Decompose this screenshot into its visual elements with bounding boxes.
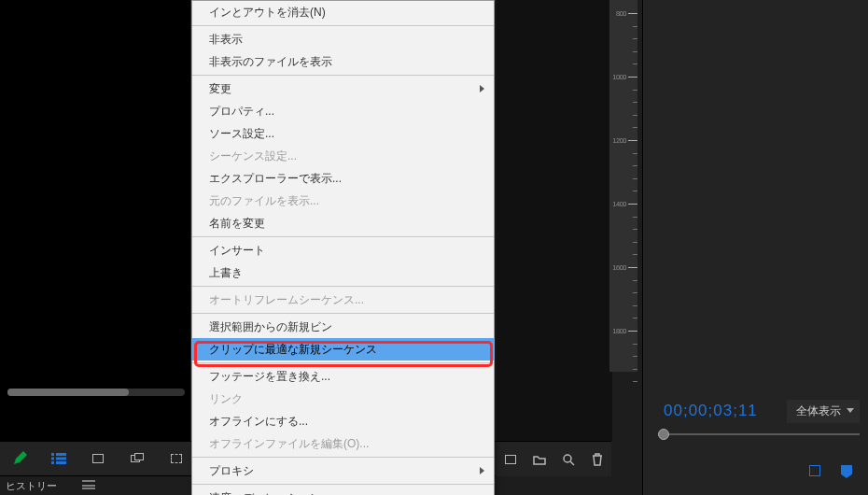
- ruler-tick-minor: [633, 356, 637, 357]
- ruler-tick: [628, 13, 637, 14]
- project-toolbar-right: [496, 441, 611, 476]
- menu-item[interactable]: 速度・デュレーション...: [192, 487, 494, 495]
- ruler-label: 1800: [612, 327, 626, 335]
- menu-separator: [192, 457, 494, 458]
- menu-item: 元のファイルを表示...: [192, 190, 494, 212]
- svg-rect-4: [56, 458, 66, 460]
- menu-item[interactable]: 非表示のファイルを表示: [192, 50, 494, 73]
- menu-item: オートリフレームシーケンス...: [192, 289, 494, 311]
- ruler-tick-minor: [633, 318, 637, 318]
- scrollbar-thumb[interactable]: [7, 389, 129, 396]
- ruler-tick-minor: [633, 51, 637, 52]
- menu-separator: [192, 75, 494, 76]
- ruler-tick-minor: [633, 217, 637, 218]
- chevron-right-icon: [480, 85, 484, 92]
- svg-point-6: [564, 455, 571, 462]
- ruler-tick: [628, 204, 637, 205]
- menu-item[interactable]: クリップに最適な新規シーケンス: [192, 338, 494, 361]
- list-icon[interactable]: [50, 450, 67, 467]
- menu-item[interactable]: インサート: [192, 239, 494, 262]
- menu-item[interactable]: プロパティ...: [192, 100, 494, 122]
- ruler-tick-minor: [633, 127, 637, 128]
- ruler-tick: [628, 77, 637, 78]
- frame-icon[interactable]: [90, 450, 106, 467]
- preview-panel: [0, 0, 191, 441]
- stack-icon[interactable]: [129, 450, 146, 467]
- panel-menu-icon[interactable]: [82, 480, 95, 489]
- ruler-tick-minor: [633, 26, 637, 27]
- ruler-tick-minor: [633, 191, 637, 191]
- folder-icon[interactable]: [532, 452, 547, 467]
- panel-scrollbar[interactable]: [7, 389, 185, 396]
- ruler-label: 800: [616, 9, 626, 18]
- menu-item: オフラインファイルを編集(O)...: [192, 432, 494, 455]
- menu-item[interactable]: エクスプローラーで表示...: [192, 167, 494, 190]
- zoom-select[interactable]: 全体表示: [787, 400, 860, 423]
- menu-separator: [192, 286, 494, 287]
- menu-item[interactable]: ソース設定...: [192, 122, 494, 145]
- svg-rect-5: [56, 461, 66, 464]
- slider-knob[interactable]: [658, 429, 669, 440]
- ruler-tick-minor: [633, 242, 637, 243]
- ruler-tick-minor: [633, 280, 637, 281]
- timecode-display[interactable]: 00;00;03;11: [664, 402, 758, 420]
- ruler-tick-minor: [633, 178, 637, 179]
- menu-item: リンク: [192, 388, 494, 410]
- ruler-tick: [628, 140, 637, 141]
- new-item-icon[interactable]: [503, 452, 518, 467]
- ruler-tick-minor: [633, 344, 637, 345]
- menu-item[interactable]: フッテージを置き換え...: [192, 365, 494, 388]
- menu-item[interactable]: 上書き: [192, 262, 494, 284]
- ruler-tick-minor: [633, 381, 637, 382]
- program-monitor-panel: 00;00;03;11 全体表示: [642, 0, 868, 495]
- ruler-tick-minor: [633, 165, 637, 166]
- ruler-tick-minor: [633, 229, 637, 230]
- clip-context-menu: インとアウトを消去(N)非表示非表示のファイルを表示変更プロパティ...ソース設…: [191, 0, 495, 495]
- ruler-tick: [628, 331, 637, 332]
- ruler-tick-minor: [633, 292, 637, 293]
- tag-icon[interactable]: [841, 465, 852, 478]
- menu-separator: [192, 236, 494, 237]
- menu-separator: [192, 484, 494, 485]
- ruler-tick-minor: [633, 153, 637, 154]
- menu-item[interactable]: 名前を変更: [192, 212, 494, 234]
- marker-icon[interactable]: [809, 465, 820, 476]
- svg-rect-0: [51, 453, 54, 456]
- menu-separator: [192, 313, 494, 314]
- ruler-tick: [628, 267, 637, 268]
- svg-line-7: [570, 461, 574, 465]
- ruler-tick-minor: [633, 369, 637, 370]
- zoom-select-label: 全体表示: [796, 404, 841, 417]
- ruler-tick-minor: [633, 115, 637, 116]
- ruler-label: 1600: [612, 263, 626, 272]
- ruler-tick-minor: [633, 102, 637, 103]
- monitor-controls: [643, 461, 868, 480]
- history-tab-label[interactable]: ヒストリー: [6, 479, 57, 493]
- menu-item[interactable]: 変更: [192, 78, 494, 100]
- ruler-tick-minor: [633, 90, 637, 91]
- playhead-slider[interactable]: [664, 433, 860, 435]
- ruler-label: 1200: [612, 136, 626, 145]
- search-icon[interactable]: [561, 452, 576, 467]
- menu-item: シーケンス設定...: [192, 145, 494, 167]
- vertical-ruler: 80010001200140016001800: [609, 0, 637, 372]
- menu-separator: [192, 362, 494, 363]
- pencil-icon[interactable]: [11, 450, 28, 467]
- trash-icon[interactable]: [590, 452, 605, 467]
- menu-item[interactable]: 選択範囲からの新規ビン: [192, 316, 494, 338]
- svg-rect-1: [51, 458, 54, 460]
- chevron-right-icon: [480, 467, 484, 474]
- svg-rect-2: [51, 461, 54, 464]
- gap-panel: [497, 0, 612, 441]
- menu-item[interactable]: オフラインにする...: [192, 410, 494, 432]
- clip-icon[interactable]: [168, 450, 185, 467]
- menu-item[interactable]: インとアウトを消去(N): [192, 1, 494, 23]
- menu-separator: [192, 25, 494, 26]
- ruler-tick-minor: [633, 38, 637, 39]
- menu-item[interactable]: 非表示: [192, 28, 494, 50]
- ruler-tick-minor: [633, 305, 637, 306]
- svg-rect-3: [56, 453, 66, 456]
- menu-item[interactable]: プロキシ: [192, 460, 494, 482]
- ruler-tick-minor: [633, 254, 637, 255]
- ruler-tick-minor: [633, 64, 637, 64]
